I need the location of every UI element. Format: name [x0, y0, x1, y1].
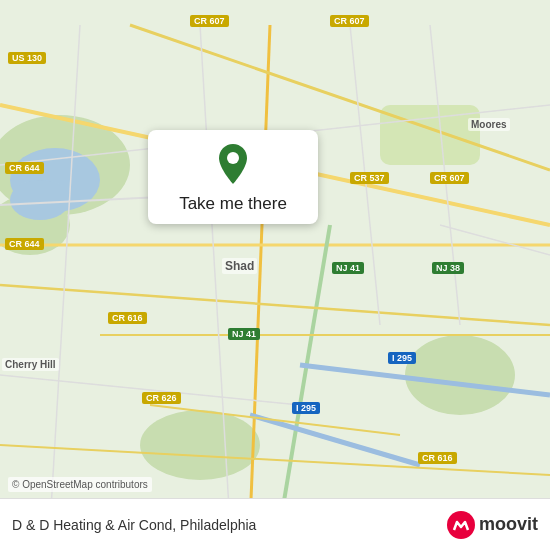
- svg-point-27: [227, 152, 239, 164]
- location-pin-icon: [209, 140, 257, 188]
- bottom-bar: D & D Heating & Air Cond, Philadelphia m…: [0, 498, 550, 550]
- map-svg: [0, 0, 550, 550]
- shield-i295-2: I 295: [292, 402, 320, 414]
- shield-nj41-2: NJ 41: [228, 328, 260, 340]
- svg-point-7: [10, 180, 70, 220]
- shield-cr644-1: CR 644: [5, 162, 44, 174]
- svg-point-4: [405, 335, 515, 415]
- shield-i295-1: I 295: [388, 352, 416, 364]
- map-attribution: © OpenStreetMap contributors: [8, 477, 152, 492]
- label-shad: Shad: [222, 258, 257, 274]
- moovit-text: moovit: [479, 514, 538, 535]
- shield-cr607-2: CR 607: [330, 15, 369, 27]
- shield-cr616-2: CR 616: [418, 452, 457, 464]
- shield-cr607-1: CR 607: [190, 15, 229, 27]
- shield-us130: US 130: [8, 52, 46, 64]
- shield-nj41-1: NJ 41: [332, 262, 364, 274]
- shield-cr626: CR 626: [142, 392, 181, 404]
- moovit-logo: moovit: [447, 511, 538, 539]
- business-name: D & D Heating & Air Cond, Philadelphia: [12, 517, 447, 533]
- popup-box: Take me there: [148, 130, 318, 224]
- shield-cr644-2: CR 644: [5, 238, 44, 250]
- svg-point-5: [140, 410, 260, 480]
- shield-nj38: NJ 38: [432, 262, 464, 274]
- shield-cr607-3: CR 607: [430, 172, 469, 184]
- moovit-icon: [447, 511, 475, 539]
- shield-cr537: CR 537: [350, 172, 389, 184]
- label-moores: Moores: [468, 118, 510, 131]
- label-cherry-hill: Cherry Hill: [2, 358, 59, 371]
- popup-label: Take me there: [179, 194, 287, 214]
- map-container: CR 607 CR 607 CR 607 US 130 CR 644 CR 64…: [0, 0, 550, 550]
- shield-cr616-1: CR 616: [108, 312, 147, 324]
- popup: Take me there: [148, 130, 318, 224]
